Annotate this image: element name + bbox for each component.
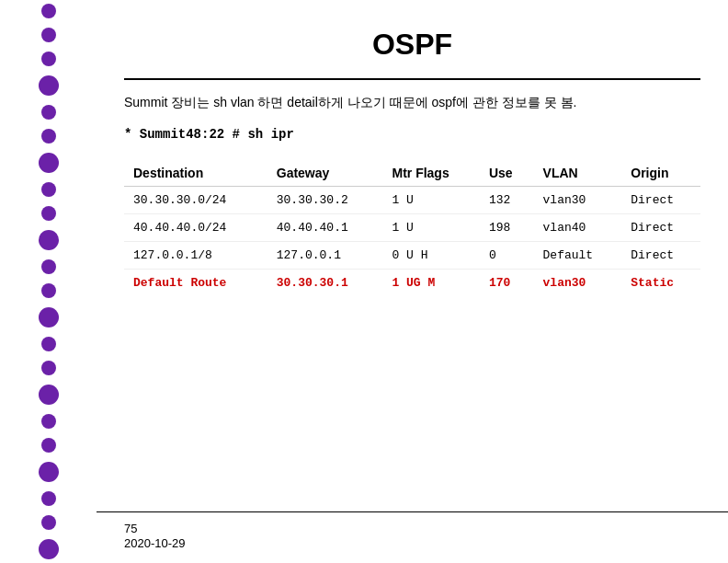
cell-row3-col4: vlan30 bbox=[534, 270, 622, 297]
dot-3 bbox=[41, 28, 56, 42]
left-decorative-panel bbox=[0, 0, 97, 563]
page-number: 75 bbox=[124, 522, 137, 535]
table-row: 40.40.40.0/2440.40.40.11 U198vlan40Direc… bbox=[124, 214, 700, 242]
col-header-gateway: Gateway bbox=[267, 160, 383, 187]
cell-row0-col1: 30.30.30.2 bbox=[267, 187, 383, 214]
table-row: 127.0.0.1/8127.0.0.10 U H0DefaultDirect bbox=[124, 242, 700, 270]
cell-row3-col1: 30.30.30.1 bbox=[267, 270, 383, 297]
dot-20 bbox=[39, 462, 59, 482]
dot-column bbox=[34, 0, 63, 563]
table-row: 30.30.30.0/2430.30.30.21 U132vlan30Direc… bbox=[124, 187, 700, 214]
routing-table: Destination Gateway Mtr Flags Use VLAN O… bbox=[124, 160, 700, 296]
top-divider bbox=[124, 78, 700, 80]
dot-9 bbox=[41, 182, 56, 197]
dot-16 bbox=[41, 361, 56, 375]
cell-row3-col3: 170 bbox=[480, 270, 534, 297]
main-content: OSPF Summit 장비는 sh vlan 하면 detail하게 나오기 … bbox=[97, 0, 728, 563]
cell-row2-col1: 127.0.0.1 bbox=[267, 242, 383, 270]
table-row: Default Route30.30.30.11 UG M170vlan30St… bbox=[124, 270, 700, 297]
col-header-vlan: VLAN bbox=[534, 160, 622, 187]
cell-row3-col2: 1 UG M bbox=[382, 270, 479, 297]
cell-row3-col5: Static bbox=[621, 270, 700, 297]
dot-19 bbox=[41, 438, 56, 453]
col-header-use: Use bbox=[480, 160, 534, 187]
dot-6 bbox=[41, 105, 56, 120]
dot-17 bbox=[39, 385, 59, 405]
cell-row0-col2: 1 U bbox=[382, 187, 479, 214]
cell-row1-col3: 198 bbox=[480, 214, 534, 242]
dot-15 bbox=[41, 337, 56, 351]
dot-5 bbox=[39, 75, 59, 96]
cell-row1-col0: 40.40.40.0/24 bbox=[124, 214, 267, 242]
col-header-destination: Destination bbox=[124, 160, 267, 187]
date-label: 2020-10-29 bbox=[124, 536, 186, 550]
cell-row1-col2: 1 U bbox=[382, 214, 479, 242]
dot-18 bbox=[41, 414, 56, 429]
cell-row1-col1: 40.40.40.1 bbox=[267, 214, 383, 242]
cell-row3-col0: Default Route bbox=[124, 270, 267, 297]
dot-7 bbox=[41, 129, 56, 144]
cell-row2-col5: Direct bbox=[621, 242, 700, 270]
cell-row0-col4: vlan30 bbox=[534, 187, 622, 214]
dot-12 bbox=[41, 259, 56, 274]
cell-row1-col5: Direct bbox=[621, 214, 700, 242]
dot-2 bbox=[41, 4, 56, 18]
dot-14 bbox=[39, 307, 59, 327]
table-header-row: Destination Gateway Mtr Flags Use VLAN O… bbox=[124, 160, 700, 187]
col-header-mtr-flags: Mtr Flags bbox=[382, 160, 479, 187]
command-line: * Summit48:22 # sh ipr bbox=[124, 127, 700, 142]
subtitle: Summit 장비는 sh vlan 하면 detail하게 나오기 때문에 o… bbox=[124, 93, 700, 112]
page-title: OSPF bbox=[124, 28, 700, 62]
dot-13 bbox=[41, 283, 56, 298]
cell-row1-col4: vlan40 bbox=[534, 214, 622, 242]
dot-10 bbox=[41, 206, 56, 221]
dot-8 bbox=[39, 153, 59, 173]
cell-row2-col2: 0 U H bbox=[382, 242, 479, 270]
dot-23 bbox=[39, 539, 59, 559]
cell-row0-col0: 30.30.30.0/24 bbox=[124, 187, 267, 214]
dot-21 bbox=[41, 491, 56, 506]
bottom-divider bbox=[97, 511, 728, 512]
dot-4 bbox=[41, 52, 56, 66]
cell-row0-col5: Direct bbox=[621, 187, 700, 214]
cell-row2-col0: 127.0.0.1/8 bbox=[124, 242, 267, 270]
dot-11 bbox=[39, 230, 59, 250]
cell-row2-col3: 0 bbox=[480, 242, 534, 270]
dot-22 bbox=[41, 515, 56, 530]
col-header-origin: Origin bbox=[621, 160, 700, 187]
cell-row0-col3: 132 bbox=[480, 187, 534, 214]
cell-row2-col4: Default bbox=[534, 242, 622, 270]
